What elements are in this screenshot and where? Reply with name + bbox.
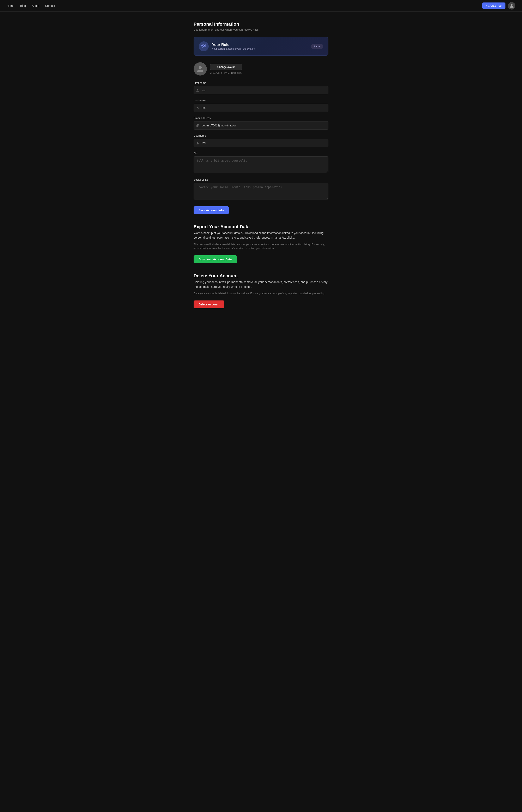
role-description: Your current access level in the system xyxy=(212,47,255,50)
role-info: Your Role Your current access level in t… xyxy=(212,43,255,50)
role-icon xyxy=(199,41,209,51)
delete-account-button[interactable]: Delete Account xyxy=(194,301,224,308)
export-note: This download includes essential data, s… xyxy=(194,243,328,250)
email-input[interactable] xyxy=(194,121,328,130)
main-content: Personal Information Use a permanent add… xyxy=(188,12,334,325)
save-account-button[interactable]: Save Account Info xyxy=(194,206,229,214)
svg-point-5 xyxy=(197,107,197,108)
bio-label: Bio xyxy=(194,152,328,155)
username-label: Username xyxy=(194,134,328,137)
role-badge: User xyxy=(311,44,323,49)
role-card-left: Your Role Your current access level in t… xyxy=(199,41,255,51)
svg-point-2 xyxy=(202,45,203,46)
email-icon xyxy=(196,124,199,127)
svg-point-4 xyxy=(198,107,199,108)
svg-point-1 xyxy=(205,45,206,46)
first-name-group: First name xyxy=(194,81,328,94)
nav-home[interactable]: Home xyxy=(7,4,14,7)
avatar-controls: Change avatar JPG, GIF or PNG. 1MB max. xyxy=(210,64,242,74)
download-account-data-button[interactable]: Download Account Data xyxy=(194,255,237,263)
social-links-label: Social Links xyxy=(194,178,328,181)
navigation: Home Blog About Contact + Create Post xyxy=(0,0,522,12)
profile-avatar xyxy=(194,62,207,76)
create-post-button[interactable]: + Create Post xyxy=(482,2,505,9)
role-title: Your Role xyxy=(212,43,255,47)
avatar-section: Change avatar JPG, GIF or PNG. 1MB max. xyxy=(194,62,328,76)
social-links-input[interactable] xyxy=(194,183,328,199)
email-wrapper xyxy=(194,121,328,130)
delete-title: Delete Your Account xyxy=(194,273,328,278)
username-wrapper xyxy=(194,139,328,147)
nav-about[interactable]: About xyxy=(32,4,39,7)
nav-contact[interactable]: Contact xyxy=(45,4,55,7)
nav-right: + Create Post xyxy=(482,2,515,9)
change-avatar-button[interactable]: Change avatar xyxy=(210,64,242,70)
delete-description: Deleting your account will permanently r… xyxy=(194,280,328,289)
svg-point-0 xyxy=(203,45,204,46)
export-title: Export Your Account Data xyxy=(194,224,328,230)
email-group: Email address xyxy=(194,116,328,130)
role-card: Your Role Your current access level in t… xyxy=(194,37,328,56)
first-name-input[interactable] xyxy=(194,86,328,94)
export-description: Want a backup of your account details? D… xyxy=(194,231,328,240)
user-avatar-nav[interactable] xyxy=(508,2,515,9)
bio-input[interactable] xyxy=(194,156,328,173)
delete-note: Once your account is deleted, it cannot … xyxy=(194,292,328,295)
personal-info-title: Personal Information xyxy=(194,21,328,27)
last-name-input[interactable] xyxy=(194,104,328,112)
first-name-icon xyxy=(196,89,199,92)
username-input[interactable] xyxy=(194,139,328,147)
svg-point-3 xyxy=(197,107,198,108)
email-label: Email address xyxy=(194,116,328,120)
nav-links: Home Blog About Contact xyxy=(7,4,55,7)
last-name-label: Last name xyxy=(194,99,328,102)
username-icon xyxy=(196,141,199,144)
username-group: Username xyxy=(194,134,328,147)
social-links-group: Social Links xyxy=(194,178,328,200)
last-name-wrapper xyxy=(194,104,328,112)
last-name-group: Last name xyxy=(194,99,328,112)
last-name-icon xyxy=(196,106,199,110)
bio-group: Bio xyxy=(194,152,328,174)
first-name-label: First name xyxy=(194,81,328,84)
first-name-wrapper xyxy=(194,86,328,94)
personal-info-subtitle: Use a permanent address where you can re… xyxy=(194,28,328,31)
nav-blog[interactable]: Blog xyxy=(20,4,26,7)
avatar-hint: JPG, GIF or PNG. 1MB max. xyxy=(210,71,242,74)
